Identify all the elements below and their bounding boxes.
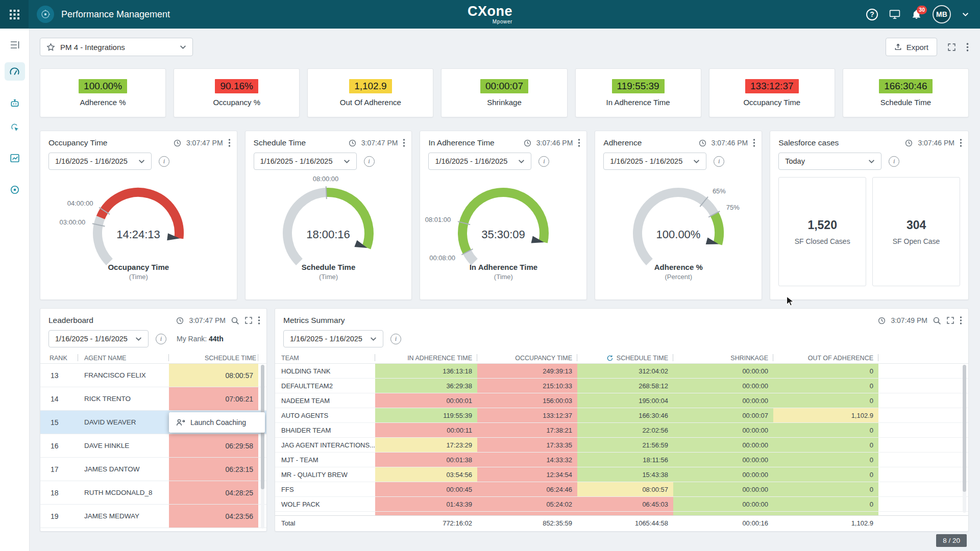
- table-row[interactable]: BHAIDER TEAM00:00:1117:38:2122:02:5600:0…: [275, 423, 968, 438]
- help-icon[interactable]: ?: [866, 9, 878, 20]
- date-range-select[interactable]: 1/16/2025 - 1/16/2025: [428, 153, 531, 170]
- agent-schedule-time: 04:28:25: [169, 481, 258, 504]
- date-range-select[interactable]: 1/16/2025 - 1/16/2025: [48, 153, 152, 170]
- toolbar-menu-icon[interactable]: [966, 42, 969, 52]
- info-icon[interactable]: i: [390, 334, 401, 344]
- agent-schedule-time: 06:23:15: [169, 458, 258, 481]
- screen-monitor-icon[interactable]: [889, 9, 900, 19]
- metric-cell: 17:38:21: [477, 423, 577, 437]
- user-menu-chevron-icon[interactable]: [962, 12, 969, 17]
- case-label: SF Closed Cases: [795, 237, 850, 245]
- widget-refresh-time: 3:07:46 PM: [712, 139, 748, 147]
- team-name: BHAIDER TEAM: [275, 423, 375, 437]
- kpi-tile: 90.16%Occupancy %: [174, 68, 300, 117]
- info-icon[interactable]: i: [156, 334, 166, 344]
- date-range-select[interactable]: 1/16/2025 - 1/16/2025: [254, 153, 357, 170]
- leaderboard-row[interactable]: 19JAMES MEDWAY04:23:56: [40, 505, 266, 528]
- leaderboard-row[interactable]: 14RICK TRENTO07:06:21: [40, 387, 266, 411]
- metric-cell: 15:43:38: [577, 467, 673, 482]
- team-name: MR - QUALITY BREW: [275, 467, 375, 482]
- column-header-agent-name[interactable]: AGENT NAME: [78, 353, 169, 363]
- views-icon[interactable]: [5, 36, 25, 54]
- metric-cell: 00:00:00: [673, 497, 773, 511]
- fullscreen-icon[interactable]: [946, 316, 954, 324]
- leaderboard-row[interactable]: 17JAMES DANTOW06:23:15: [40, 458, 266, 481]
- total-cell: 772:16:02: [375, 519, 477, 527]
- favorite-star-icon[interactable]: [46, 43, 55, 52]
- column-header[interactable]: SCHEDULE TIME: [577, 353, 673, 363]
- salesforce-cases-widget: Salesforce cases 3:07:46 PM Today i 1,52…: [770, 131, 969, 300]
- column-header[interactable]: IN ADHERENCE TIME: [375, 353, 477, 363]
- table-row[interactable]: JAG AGENT INTERACTIONS...17:23:2917:33:3…: [275, 438, 968, 453]
- scrollbar-thumb[interactable]: [963, 365, 966, 492]
- kpi-label: Occupancy Time: [743, 98, 800, 107]
- widget-title: Metrics Summary: [283, 316, 345, 325]
- dashboards-icon[interactable]: [5, 62, 25, 81]
- widget-menu-icon[interactable]: [960, 316, 962, 325]
- period-select-value: Today: [785, 157, 863, 165]
- widget-menu-icon[interactable]: [578, 138, 580, 147]
- table-row[interactable]: WOLF PACK01:43:3905:24:0206:45:0300:00:0…: [275, 497, 968, 512]
- notifications-bell-icon[interactable]: 30: [912, 10, 921, 19]
- column-header[interactable]: OUT OF ADHERENCE: [773, 353, 878, 363]
- date-range-value: 1/16/2025 - 1/16/2025: [55, 335, 130, 343]
- date-range-select[interactable]: 1/16/2025 - 1/16/2025: [283, 330, 383, 347]
- leaderboard-row[interactable]: 16DAVE HINKLE06:29:58: [40, 434, 266, 458]
- widget-menu-icon[interactable]: [753, 138, 755, 147]
- app-launcher-icon[interactable]: [0, 0, 29, 29]
- column-header[interactable]: TEAM: [275, 353, 375, 363]
- table-row[interactable]: HOLDING TANK136:13:18249:39:13312:04:020…: [275, 364, 968, 379]
- table-row[interactable]: FFS00:00:4506:24:4608:00:5700:00:000: [275, 482, 968, 497]
- agent-name: RICK TRENTO: [78, 387, 169, 410]
- info-icon[interactable]: i: [159, 156, 169, 167]
- coaching-icon[interactable]: [5, 181, 25, 199]
- widget-menu-icon[interactable]: [960, 138, 962, 147]
- metric-cell: 00:00:00: [673, 423, 773, 437]
- fullscreen-icon[interactable]: [947, 43, 956, 52]
- info-icon[interactable]: i: [714, 156, 724, 167]
- column-header-rank[interactable]: RANK: [40, 353, 78, 363]
- widget-menu-icon[interactable]: [258, 316, 260, 325]
- dashboard-select[interactable]: PM 4 - Integrations: [40, 38, 193, 56]
- date-range-select[interactable]: 1/16/2025 - 1/16/2025: [603, 153, 706, 170]
- widget-menu-icon[interactable]: [403, 138, 405, 147]
- metric-cell: 00:00:00: [673, 393, 773, 408]
- metric-cell: 36:29:38: [375, 379, 477, 393]
- leaderboard-row[interactable]: 18RUTH MCDONALD_804:28:25: [40, 481, 266, 505]
- widget-menu-icon[interactable]: [228, 138, 231, 147]
- table-row[interactable]: NADEEM TEAM00:00:01156:00:03195:00:0400:…: [275, 393, 968, 408]
- column-header-schedule-time[interactable]: SCHEDULE TIME: [169, 353, 258, 363]
- table-row[interactable]: AUTO AGENTS119:55:39133:12:37166:30:4600…: [275, 408, 968, 423]
- user-avatar[interactable]: MB: [933, 5, 951, 23]
- info-icon[interactable]: i: [364, 156, 375, 167]
- agent-rank: 15: [40, 411, 78, 434]
- period-select[interactable]: Today: [778, 153, 881, 170]
- info-icon[interactable]: i: [889, 156, 899, 167]
- total-cell: 1065:44:58: [577, 519, 673, 527]
- leaderboard-row[interactable]: 13FRANCISCO FELIX08:00:57: [40, 364, 266, 387]
- bot-icon[interactable]: [5, 94, 25, 112]
- leaderboard-scrollbar[interactable]: [261, 365, 264, 529]
- metrics-scrollbar[interactable]: [963, 365, 966, 513]
- gauge-widget: Occupancy Time 3:07:47 PM 1/16/2025 - 1/…: [40, 131, 237, 300]
- gauge-caption: Schedule Time: [246, 263, 412, 271]
- row-filler: [878, 393, 968, 408]
- metric-cell: 00:00:00: [673, 379, 773, 393]
- launch-coaching-menu-item[interactable]: Launch Coaching: [169, 412, 265, 433]
- search-icon[interactable]: [933, 316, 941, 325]
- search-icon[interactable]: [231, 316, 239, 325]
- column-header[interactable]: OCCUPANCY TIME: [477, 353, 577, 363]
- row-filler: [878, 408, 968, 422]
- fullscreen-icon[interactable]: [244, 316, 253, 324]
- date-range-select[interactable]: 1/16/2025 - 1/16/2025: [48, 330, 149, 347]
- export-button[interactable]: Export: [886, 38, 937, 56]
- metric-cell: [773, 512, 878, 515]
- interactions-icon[interactable]: [5, 118, 25, 137]
- info-icon[interactable]: i: [538, 156, 549, 167]
- gauge-caption: In Adherence Time: [420, 263, 586, 271]
- reports-icon[interactable]: [5, 149, 25, 167]
- table-row[interactable]: MR - QUALITY BREW03:54:5612:34:5415:43:3…: [275, 467, 968, 482]
- table-row[interactable]: MJT - TEAM00:01:3814:33:3218:11:5600:00:…: [275, 453, 968, 467]
- column-header[interactable]: SHRINKAGE: [673, 353, 773, 363]
- table-row[interactable]: DEFAULTTEAM236:29:38215:10:33268:58:1200…: [275, 379, 968, 393]
